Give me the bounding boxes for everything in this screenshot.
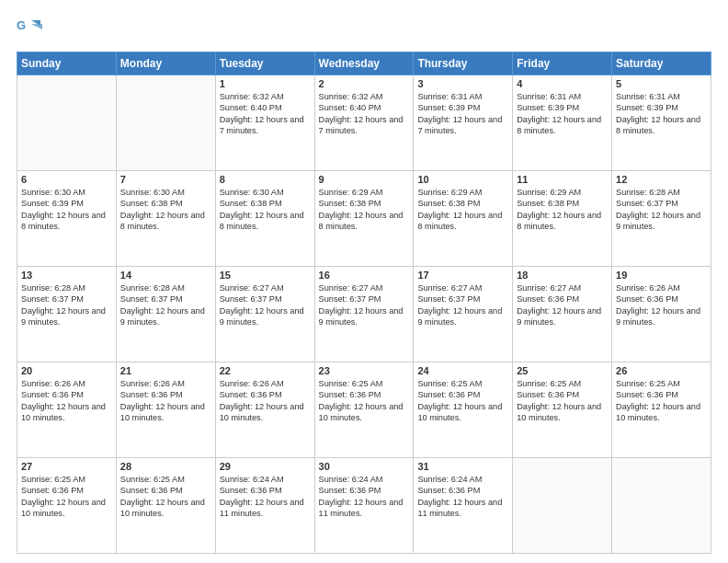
day-number: 7 bbox=[120, 174, 211, 185]
calendar-cell: 9Sunrise: 6:29 AM Sunset: 6:38 PM Daylig… bbox=[314, 171, 414, 267]
calendar-cell: 29Sunrise: 6:24 AM Sunset: 6:36 PM Dayli… bbox=[215, 458, 314, 554]
day-info: Sunrise: 6:28 AM Sunset: 6:37 PM Dayligh… bbox=[120, 282, 211, 328]
calendar-cell: 12Sunrise: 6:28 AM Sunset: 6:37 PM Dayli… bbox=[612, 171, 711, 267]
day-number: 24 bbox=[417, 365, 508, 376]
calendar-cell: 17Sunrise: 6:27 AM Sunset: 6:37 PM Dayli… bbox=[414, 267, 513, 362]
calendar-cell: 8Sunrise: 6:30 AM Sunset: 6:38 PM Daylig… bbox=[215, 171, 314, 267]
day-info: Sunrise: 6:31 AM Sunset: 6:39 PM Dayligh… bbox=[517, 91, 608, 137]
day-number: 26 bbox=[616, 365, 707, 376]
calendar-cell: 6Sunrise: 6:30 AM Sunset: 6:39 PM Daylig… bbox=[17, 171, 117, 267]
calendar-cell: 11Sunrise: 6:29 AM Sunset: 6:38 PM Dayli… bbox=[513, 171, 612, 267]
day-number: 15 bbox=[220, 270, 311, 281]
day-number: 2 bbox=[319, 78, 410, 89]
calendar-cell: 27Sunrise: 6:25 AM Sunset: 6:36 PM Dayli… bbox=[17, 458, 117, 554]
day-info: Sunrise: 6:32 AM Sunset: 6:40 PM Dayligh… bbox=[220, 91, 311, 137]
calendar-cell: 10Sunrise: 6:29 AM Sunset: 6:38 PM Dayli… bbox=[414, 171, 513, 267]
day-info: Sunrise: 6:26 AM Sunset: 6:36 PM Dayligh… bbox=[120, 378, 211, 424]
page: G SundayMondayTuesdayWednesdayThursdayFr… bbox=[0, 0, 728, 563]
day-number: 22 bbox=[220, 365, 311, 376]
day-number: 16 bbox=[319, 270, 410, 281]
logo-icon: G bbox=[17, 17, 42, 42]
day-number: 14 bbox=[120, 270, 211, 281]
day-info: Sunrise: 6:25 AM Sunset: 6:36 PM Dayligh… bbox=[21, 474, 112, 520]
calendar-cell: 22Sunrise: 6:26 AM Sunset: 6:36 PM Dayli… bbox=[215, 362, 314, 458]
day-info: Sunrise: 6:32 AM Sunset: 6:40 PM Dayligh… bbox=[319, 91, 410, 137]
day-number: 10 bbox=[417, 174, 508, 185]
calendar-cell: 2Sunrise: 6:32 AM Sunset: 6:40 PM Daylig… bbox=[314, 75, 414, 171]
day-info: Sunrise: 6:25 AM Sunset: 6:36 PM Dayligh… bbox=[616, 378, 707, 424]
day-number: 21 bbox=[120, 365, 211, 376]
day-info: Sunrise: 6:31 AM Sunset: 6:39 PM Dayligh… bbox=[417, 91, 508, 137]
calendar-cell: 30Sunrise: 6:24 AM Sunset: 6:36 PM Dayli… bbox=[314, 458, 414, 554]
day-number: 18 bbox=[517, 270, 608, 281]
logo: G bbox=[17, 17, 46, 42]
day-info: Sunrise: 6:26 AM Sunset: 6:36 PM Dayligh… bbox=[220, 378, 311, 424]
day-number: 13 bbox=[21, 270, 112, 281]
col-header-wednesday: Wednesday bbox=[314, 52, 414, 75]
day-info: Sunrise: 6:26 AM Sunset: 6:36 PM Dayligh… bbox=[616, 282, 707, 328]
day-number: 1 bbox=[220, 78, 311, 89]
day-number: 6 bbox=[21, 174, 112, 185]
calendar-week-row: 27Sunrise: 6:25 AM Sunset: 6:36 PM Dayli… bbox=[17, 458, 711, 554]
calendar-week-row: 13Sunrise: 6:28 AM Sunset: 6:37 PM Dayli… bbox=[17, 267, 711, 362]
day-number: 12 bbox=[616, 174, 707, 185]
day-number: 23 bbox=[319, 365, 410, 376]
col-header-sunday: Sunday bbox=[17, 52, 117, 75]
day-info: Sunrise: 6:27 AM Sunset: 6:36 PM Dayligh… bbox=[517, 282, 608, 328]
day-number: 31 bbox=[417, 461, 508, 472]
calendar-cell: 23Sunrise: 6:25 AM Sunset: 6:36 PM Dayli… bbox=[314, 362, 414, 458]
calendar-table: SundayMondayTuesdayWednesdayThursdayFrid… bbox=[17, 52, 711, 554]
calendar-cell: 4Sunrise: 6:31 AM Sunset: 6:39 PM Daylig… bbox=[513, 75, 612, 171]
col-header-saturday: Saturday bbox=[612, 52, 711, 75]
calendar-cell bbox=[513, 458, 612, 554]
calendar-cell bbox=[116, 75, 215, 171]
day-info: Sunrise: 6:29 AM Sunset: 6:38 PM Dayligh… bbox=[319, 187, 410, 233]
col-header-thursday: Thursday bbox=[414, 52, 513, 75]
calendar-cell: 7Sunrise: 6:30 AM Sunset: 6:38 PM Daylig… bbox=[116, 171, 215, 267]
col-header-tuesday: Tuesday bbox=[215, 52, 314, 75]
day-number: 25 bbox=[517, 365, 608, 376]
day-number: 17 bbox=[417, 270, 508, 281]
day-info: Sunrise: 6:27 AM Sunset: 6:37 PM Dayligh… bbox=[319, 282, 410, 328]
calendar-cell: 14Sunrise: 6:28 AM Sunset: 6:37 PM Dayli… bbox=[116, 267, 215, 362]
calendar-cell: 15Sunrise: 6:27 AM Sunset: 6:37 PM Dayli… bbox=[215, 267, 314, 362]
day-info: Sunrise: 6:28 AM Sunset: 6:37 PM Dayligh… bbox=[616, 187, 707, 233]
day-info: Sunrise: 6:29 AM Sunset: 6:38 PM Dayligh… bbox=[417, 187, 508, 233]
day-info: Sunrise: 6:30 AM Sunset: 6:38 PM Dayligh… bbox=[220, 187, 311, 233]
calendar-cell: 3Sunrise: 6:31 AM Sunset: 6:39 PM Daylig… bbox=[414, 75, 513, 171]
col-header-friday: Friday bbox=[513, 52, 612, 75]
calendar-cell: 20Sunrise: 6:26 AM Sunset: 6:36 PM Dayli… bbox=[17, 362, 117, 458]
calendar-cell: 28Sunrise: 6:25 AM Sunset: 6:36 PM Dayli… bbox=[116, 458, 215, 554]
day-info: Sunrise: 6:25 AM Sunset: 6:36 PM Dayligh… bbox=[120, 474, 211, 520]
calendar-cell: 1Sunrise: 6:32 AM Sunset: 6:40 PM Daylig… bbox=[215, 75, 314, 171]
day-info: Sunrise: 6:25 AM Sunset: 6:36 PM Dayligh… bbox=[319, 378, 410, 424]
day-number: 4 bbox=[517, 78, 608, 89]
day-number: 28 bbox=[120, 461, 211, 472]
day-number: 19 bbox=[616, 270, 707, 281]
day-number: 30 bbox=[319, 461, 410, 472]
day-number: 20 bbox=[21, 365, 112, 376]
day-number: 27 bbox=[21, 461, 112, 472]
calendar-week-row: 20Sunrise: 6:26 AM Sunset: 6:36 PM Dayli… bbox=[17, 362, 711, 458]
day-info: Sunrise: 6:30 AM Sunset: 6:38 PM Dayligh… bbox=[120, 187, 211, 233]
day-number: 9 bbox=[319, 174, 410, 185]
calendar-header-row: SundayMondayTuesdayWednesdayThursdayFrid… bbox=[17, 52, 711, 75]
day-info: Sunrise: 6:25 AM Sunset: 6:36 PM Dayligh… bbox=[417, 378, 508, 424]
day-info: Sunrise: 6:24 AM Sunset: 6:36 PM Dayligh… bbox=[220, 474, 311, 520]
day-info: Sunrise: 6:30 AM Sunset: 6:39 PM Dayligh… bbox=[21, 187, 112, 233]
calendar-cell: 16Sunrise: 6:27 AM Sunset: 6:37 PM Dayli… bbox=[314, 267, 414, 362]
header: G bbox=[17, 17, 711, 42]
calendar-week-row: 6Sunrise: 6:30 AM Sunset: 6:39 PM Daylig… bbox=[17, 171, 711, 267]
day-info: Sunrise: 6:24 AM Sunset: 6:36 PM Dayligh… bbox=[319, 474, 410, 520]
day-number: 11 bbox=[517, 174, 608, 185]
day-number: 29 bbox=[220, 461, 311, 472]
day-info: Sunrise: 6:27 AM Sunset: 6:37 PM Dayligh… bbox=[220, 282, 311, 328]
calendar-week-row: 1Sunrise: 6:32 AM Sunset: 6:40 PM Daylig… bbox=[17, 75, 711, 171]
day-info: Sunrise: 6:24 AM Sunset: 6:36 PM Dayligh… bbox=[417, 474, 508, 520]
day-info: Sunrise: 6:31 AM Sunset: 6:39 PM Dayligh… bbox=[616, 91, 707, 137]
day-info: Sunrise: 6:29 AM Sunset: 6:38 PM Dayligh… bbox=[517, 187, 608, 233]
day-info: Sunrise: 6:27 AM Sunset: 6:37 PM Dayligh… bbox=[417, 282, 508, 328]
calendar-cell: 25Sunrise: 6:25 AM Sunset: 6:36 PM Dayli… bbox=[513, 362, 612, 458]
day-info: Sunrise: 6:28 AM Sunset: 6:37 PM Dayligh… bbox=[21, 282, 112, 328]
calendar-cell: 31Sunrise: 6:24 AM Sunset: 6:36 PM Dayli… bbox=[414, 458, 513, 554]
